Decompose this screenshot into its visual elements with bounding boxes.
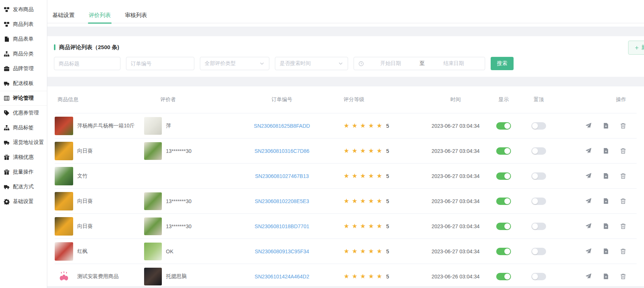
sidebar-item-label: 商品列表 [13, 21, 34, 28]
send-icon[interactable] [585, 123, 592, 129]
sidebar-item[interactable]: 优惠券管理 [0, 106, 47, 120]
main-content: 基础设置 评价列表 审核列表 商品评论列表（2500 条) 新增 全部评价类型 … [47, 0, 644, 288]
product-image [55, 267, 73, 286]
order-number-link[interactable]: SN2306081018BD7701 [255, 223, 309, 229]
file-add-icon[interactable] [603, 223, 609, 229]
delete-icon[interactable] [620, 173, 626, 179]
review-type-value: 全部评价类型 [205, 60, 236, 67]
file-add-icon[interactable] [603, 273, 609, 280]
delete-icon[interactable] [620, 123, 626, 129]
show-toggle[interactable] [496, 273, 511, 280]
review-time: 2023-06-27 03:04:34 [432, 123, 480, 129]
delete-icon[interactable] [620, 198, 626, 204]
show-toggle[interactable] [496, 223, 511, 230]
order-number-link[interactable]: SN2306101424A464D2 [255, 274, 309, 280]
order-number-link[interactable]: SN2306081027467B13 [255, 173, 309, 179]
product-title-input[interactable] [54, 57, 120, 70]
top-toggle[interactable] [531, 147, 546, 155]
rating-value: 5 [386, 148, 389, 154]
reviewer-avatar [144, 192, 162, 210]
review-time: 2023-06-27 03:04:34 [432, 248, 480, 254]
review-table: 商品信息 评价者 订单编号 评分等级 时间 显示 置顶 操作 萍杨梅乒乓杨梅一箱… [47, 86, 644, 286]
column-header: 评分等级 [335, 96, 424, 103]
file-add-icon[interactable] [603, 248, 609, 254]
order-number-link[interactable]: SN2306081625B8FADD [254, 123, 310, 129]
toggle-knob [504, 223, 510, 229]
tab[interactable]: 评价列表 [89, 7, 111, 23]
sidebar-item[interactable]: 评论管理 [0, 91, 47, 106]
toggle-knob [504, 248, 510, 254]
show-toggle[interactable] [496, 198, 511, 205]
order-number-link[interactable]: SN230608102208E5E3 [255, 198, 309, 204]
product-image [55, 142, 73, 160]
order-no-input[interactable] [126, 57, 194, 70]
send-icon[interactable] [585, 198, 592, 204]
sidebar-item[interactable]: 配送模板 [0, 76, 47, 91]
reviewer-avatar [144, 142, 162, 160]
sidebar-item[interactable]: 退货地址设置 [0, 135, 47, 150]
sidebar-item[interactable]: 满额优惠 [0, 150, 47, 165]
table-row: 向日葵 13*******30 SN230608102208E5E3 ★★★★★… [55, 188, 637, 213]
sitemap-icon [4, 51, 10, 57]
send-icon[interactable] [585, 223, 592, 229]
reviewer-avatar [144, 243, 162, 260]
add-new-button[interactable]: 新增 [628, 41, 644, 55]
tab[interactable]: 审核列表 [125, 7, 147, 23]
top-toggle[interactable] [531, 172, 546, 180]
top-toggle[interactable] [531, 122, 546, 130]
send-icon[interactable] [585, 248, 592, 254]
order-number-link[interactable]: SN23060810316C7D86 [255, 148, 310, 154]
page-title: 商品评论列表（2500 条) [59, 44, 119, 51]
top-toggle[interactable] [531, 198, 546, 205]
file-add-icon[interactable] [603, 198, 609, 204]
sidebar-item[interactable]: 商品列表 [0, 17, 47, 32]
sidebar: 发布商品 商品列表 商品表单 商品分类 品牌管理 配送模板 评论管理 优惠券管理… [0, 0, 47, 288]
toggle-knob [504, 148, 510, 154]
tab[interactable]: 基础设置 [52, 7, 75, 23]
time-search-select[interactable]: 是否搜索时间 [275, 57, 348, 70]
send-icon[interactable] [585, 273, 592, 280]
top-toggle[interactable] [531, 248, 546, 255]
delete-icon[interactable] [620, 273, 626, 280]
order-number-link[interactable]: SN2306080913C95F34 [255, 248, 309, 254]
show-toggle[interactable] [496, 248, 511, 255]
truck-icon [4, 184, 10, 190]
file-add-icon[interactable] [603, 173, 609, 179]
sidebar-item-label: 基础设置 [13, 198, 34, 205]
start-date-field[interactable]: 开始日期 [364, 60, 418, 67]
show-toggle[interactable] [496, 147, 511, 155]
sidebar-item[interactable]: 配送方式 [0, 179, 47, 194]
column-header: 显示 [487, 96, 520, 103]
search-button[interactable]: 搜索 [491, 57, 514, 70]
send-icon[interactable] [585, 148, 592, 154]
send-icon[interactable] [585, 173, 592, 179]
sidebar-item[interactable]: 品牌管理 [0, 61, 47, 76]
date-range-picker[interactable]: 开始日期 至 结束日期 [354, 57, 485, 70]
file-icon [4, 36, 10, 42]
sidebar-item[interactable]: 商品分类 [0, 47, 47, 61]
top-toggle[interactable] [531, 273, 546, 280]
delete-icon[interactable] [620, 148, 626, 154]
review-time: 2023-06-27 03:04:34 [432, 198, 480, 204]
delete-icon[interactable] [620, 248, 626, 254]
top-toggle[interactable] [531, 223, 546, 230]
file-add-icon[interactable] [603, 123, 609, 129]
review-type-select[interactable]: 全部评价类型 [200, 57, 269, 70]
sidebar-item-label: 满额优惠 [13, 154, 34, 161]
sidebar-item[interactable]: 基础设置 [0, 194, 47, 209]
sidebar-item[interactable]: 批量操作 [0, 165, 47, 179]
file-add-icon[interactable] [603, 148, 609, 154]
sidebar-item[interactable]: 发布商品 [0, 2, 47, 17]
end-date-field[interactable]: 结束日期 [427, 60, 481, 67]
sidebar-item[interactable]: 商品标签 [0, 120, 47, 135]
tabs-row: 基础设置 评价列表 审核列表 [47, 0, 644, 23]
sidebar-item[interactable]: 商品表单 [0, 32, 47, 47]
show-toggle[interactable] [496, 172, 511, 180]
delete-icon[interactable] [620, 223, 626, 229]
cubes-icon [4, 7, 10, 13]
date-separator: 至 [418, 60, 427, 67]
toggle-knob [504, 123, 510, 129]
review-time: 2023-06-27 03:04:34 [432, 173, 480, 179]
gear-icon [4, 199, 10, 205]
show-toggle[interactable] [496, 122, 511, 130]
